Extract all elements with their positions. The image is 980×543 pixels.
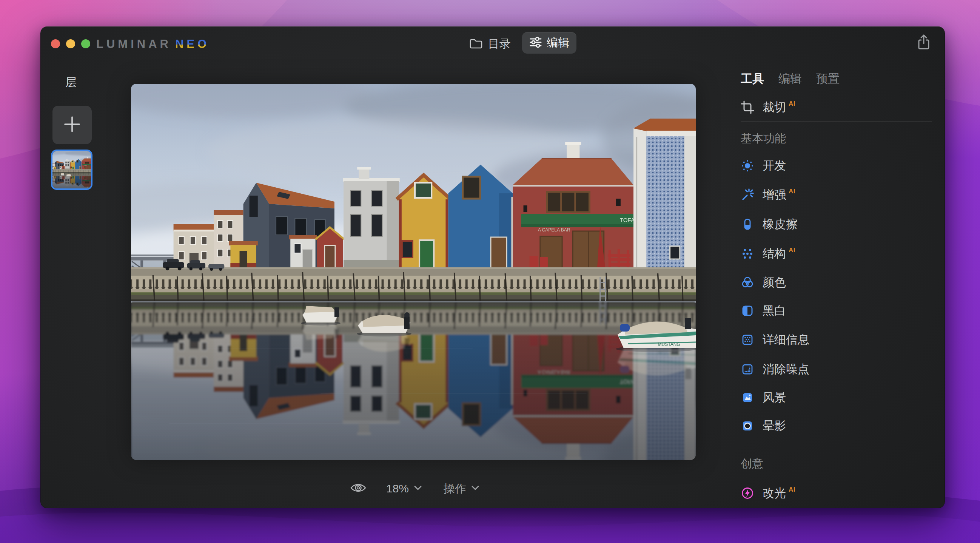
tab-catalog[interactable]: 目录 (469, 36, 511, 52)
tools-panel: 工具 编辑 预置 裁切 AI 基本功能开发增强AI橡皮擦结构AI颜色黑白详细信息… (741, 26, 937, 508)
app-logo: LUMINAR NEO (96, 38, 210, 51)
tool-denoise[interactable]: 消除噪点 (741, 363, 809, 376)
tool-label: 晕影 (762, 418, 786, 434)
tool-label: 消除噪点 (762, 361, 809, 377)
tool-crop-label: 裁切 (762, 99, 786, 115)
eraser-icon (741, 218, 754, 231)
tool-structure-dots[interactable]: 结构AI (741, 247, 795, 261)
black-white-icon (741, 304, 754, 318)
landscape-icon (741, 391, 754, 404)
relight-icon (741, 486, 754, 500)
tool-develop-sun[interactable]: 开发 (741, 159, 786, 173)
add-layer-button[interactable] (52, 106, 92, 144)
tool-label: 改光 (762, 485, 786, 501)
tool-relight[interactable]: 改光AI (741, 486, 795, 500)
crop-icon (741, 100, 754, 114)
ai-badge: AI (789, 188, 795, 195)
denoise-icon (741, 363, 754, 376)
tool-label: 增强 (762, 187, 786, 203)
vignette-icon (741, 419, 754, 433)
tab-edit[interactable]: 编辑 (522, 32, 576, 54)
folder-icon (469, 38, 483, 51)
ai-badge: AI (789, 100, 795, 108)
tool-label: 结构 (762, 246, 786, 262)
eye-icon (350, 481, 367, 496)
logo-luminar: LUMINAR (96, 37, 172, 51)
sliders-icon (529, 37, 542, 49)
tool-eraser[interactable]: 橡皮擦 (741, 218, 798, 231)
tool-landscape[interactable]: 风景 (741, 391, 786, 404)
plus-icon (64, 116, 81, 134)
minimize-button[interactable] (66, 39, 75, 48)
details-grid-icon (741, 333, 754, 347)
tool-details-grid[interactable]: 详细信息 (741, 333, 809, 347)
tool-color-circles[interactable]: 颜色 (741, 275, 786, 289)
tool-label: 开发 (762, 158, 786, 174)
structure-dots-icon (741, 247, 754, 261)
tab-edit-label: 编辑 (547, 35, 570, 51)
tool-enhance-wand[interactable]: 增强AI (741, 188, 795, 202)
layer-thumbnail-image (52, 151, 91, 188)
chevron-down-icon (414, 485, 422, 492)
tab-edits[interactable]: 编辑 (778, 71, 802, 87)
chevron-down-icon (471, 485, 479, 492)
zoom-level-dropdown[interactable]: 18% (386, 482, 422, 495)
ai-badge: AI (789, 247, 795, 254)
actions-label: 操作 (444, 481, 466, 497)
layers-panel-title: 层 (65, 75, 76, 90)
section-header: 基本功能 (741, 131, 786, 146)
tab-presets[interactable]: 预置 (816, 71, 840, 87)
close-button[interactable] (51, 39, 60, 48)
layer-thumbnail-selected[interactable] (51, 150, 92, 190)
develop-sun-icon (741, 159, 754, 173)
tab-tools[interactable]: 工具 (741, 71, 764, 87)
tool-label: 橡皮擦 (762, 217, 798, 232)
photo-canvas[interactable]: TOFA A CAPELA BAR (131, 84, 696, 460)
section-header: 创意 (741, 456, 763, 471)
tool-label: 黑白 (762, 303, 786, 319)
ai-badge: AI (789, 486, 795, 494)
tool-vignette[interactable]: 晕影 (741, 419, 786, 433)
tab-catalog-label: 目录 (488, 36, 511, 52)
tool-label: 详细信息 (762, 332, 809, 348)
tool-crop[interactable]: 裁切 AI (741, 100, 795, 114)
zoom-level-value: 18% (386, 482, 409, 495)
app-window: LUMINAR NEO 目录 编辑 (40, 26, 945, 508)
zoom-window-button[interactable] (81, 39, 90, 48)
desktop-wallpaper: LUMINAR NEO 目录 编辑 (0, 0, 980, 543)
enhance-wand-icon (741, 188, 754, 202)
tool-label: 风景 (762, 390, 786, 406)
tool-black-white[interactable]: 黑白 (741, 304, 786, 318)
compare-eye-button[interactable] (350, 482, 367, 495)
tool-label: 颜色 (762, 274, 786, 290)
canal-houses-photo: TOFA A CAPELA BAR (131, 84, 696, 460)
tools-panel-tabs: 工具 编辑 预置 (741, 71, 840, 87)
logo-neo: NEO (175, 37, 210, 51)
actions-dropdown[interactable]: 操作 (444, 482, 479, 495)
color-circles-icon (741, 275, 754, 289)
panel-divider (741, 121, 932, 122)
